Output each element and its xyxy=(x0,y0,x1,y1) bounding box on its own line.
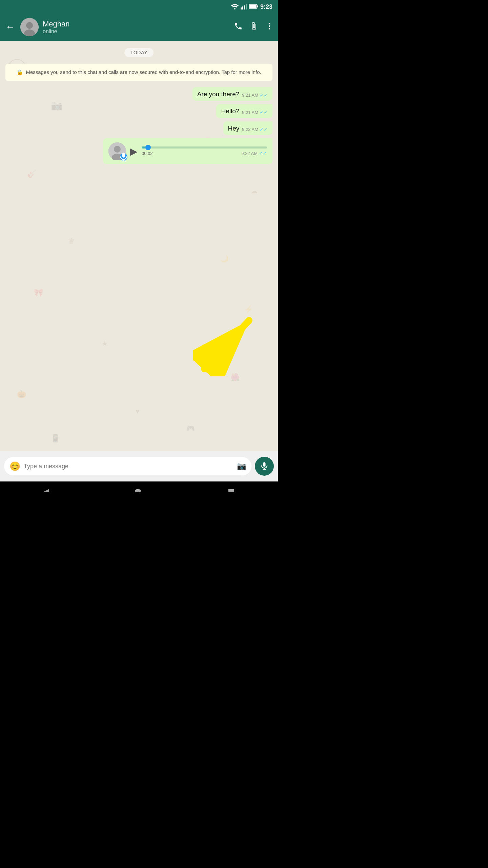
mic-send-button[interactable] xyxy=(255,457,274,476)
status-icons: 9:23 xyxy=(231,3,272,11)
svg-rect-7 xyxy=(249,5,256,8)
emoji-button[interactable]: 😊 xyxy=(9,461,20,472)
date-badge: TODAY xyxy=(124,48,154,57)
bubble-content-1: Are you there? 9:21 AM ✓✓ xyxy=(197,90,268,99)
voice-duration: 00:02 xyxy=(142,151,153,156)
svg-rect-4 xyxy=(246,4,247,9)
contact-name: Meghan xyxy=(43,20,230,28)
read-receipt-3: ✓✓ xyxy=(260,126,268,133)
battery-svg xyxy=(249,4,258,9)
svg-point-32 xyxy=(114,146,121,153)
message-input-wrapper: 😊 📷 xyxy=(4,457,251,475)
message-bubble-2: Hello? 9:21 AM ✓✓ xyxy=(216,104,272,118)
contact-status: online xyxy=(43,28,230,35)
message-time-2: 9:21 AM xyxy=(242,110,258,116)
encryption-notice[interactable]: 🔒 Messages you send to this chat and cal… xyxy=(5,64,272,81)
attach-icon[interactable] xyxy=(249,22,258,33)
annotation-arrow xyxy=(193,302,268,376)
nav-back-button[interactable]: ◀ xyxy=(42,487,49,492)
chat-header: ← Meghan online xyxy=(0,14,278,41)
bubble-meta-1: 9:21 AM ✓✓ xyxy=(242,92,268,99)
svg-text:📱: 📱 xyxy=(51,434,60,443)
table-row: Hello? 9:21 AM ✓✓ xyxy=(5,104,272,118)
message-text-1: Are you there? xyxy=(197,90,240,99)
svg-rect-1 xyxy=(241,7,242,9)
nav-recent-button[interactable]: ⏹ xyxy=(227,487,236,492)
voice-message-bubble: ▶ 00:02 9:22 AM ✓✓ xyxy=(103,138,272,164)
svg-text:🎃: 🎃 xyxy=(17,390,26,399)
message-time-1: 9:21 AM xyxy=(242,92,258,98)
message-bubble-1: Are you there? 9:21 AM ✓✓ xyxy=(192,87,272,101)
status-time: 9:23 xyxy=(260,3,272,11)
input-bar: 😊 📷 xyxy=(0,451,278,481)
voice-waveform: 00:02 9:22 AM ✓✓ xyxy=(142,146,267,156)
header-actions xyxy=(234,22,274,33)
svg-text:🌙: 🌙 xyxy=(220,255,229,263)
table-row: ▶ 00:02 9:22 AM ✓✓ xyxy=(5,138,272,164)
table-row: Are you there? 9:21 AM ✓✓ xyxy=(5,87,272,101)
more-icon[interactable] xyxy=(265,22,274,33)
message-input[interactable] xyxy=(24,463,233,470)
waveform-playhead xyxy=(145,145,151,150)
camera-button[interactable]: 📷 xyxy=(237,462,246,471)
voice-read-receipt: ✓✓ xyxy=(259,151,267,156)
svg-text:🌺: 🌺 xyxy=(230,373,240,382)
svg-point-0 xyxy=(234,8,236,9)
wifi-icon xyxy=(231,4,239,9)
svg-rect-39 xyxy=(263,462,266,467)
svg-point-12 xyxy=(269,25,270,27)
svg-text:🎸: 🎸 xyxy=(27,169,37,178)
svg-text:☁: ☁ xyxy=(251,187,258,195)
signal-icon xyxy=(241,4,247,9)
voice-time-check: 9:22 AM ✓✓ xyxy=(241,151,267,156)
voice-meta: 00:02 9:22 AM ✓✓ xyxy=(142,151,267,156)
chat-area: 🎵 📷 ✈ 🌸 🎸 ☁ ♛ 🌙 🎀 ⚡ ★ 🎃 🌺 ♥ 📱 🎮 TODAY 🔒 … xyxy=(0,41,278,451)
bubble-meta-3: 9:22 AM ✓✓ xyxy=(242,126,268,133)
nav-home-button[interactable]: ⏺ xyxy=(134,487,142,492)
back-button[interactable]: ← xyxy=(4,20,16,34)
bubble-meta-2: 9:21 AM ✓✓ xyxy=(242,109,268,116)
svg-text:🎮: 🎮 xyxy=(186,424,195,432)
read-receipt-2: ✓✓ xyxy=(260,109,268,116)
svg-rect-34 xyxy=(122,153,125,158)
svg-rect-2 xyxy=(242,6,243,9)
contact-avatar xyxy=(20,18,39,36)
svg-rect-3 xyxy=(244,5,245,9)
chat-messages: TODAY 🔒 Messages you send to this chat a… xyxy=(0,41,278,170)
svg-text:★: ★ xyxy=(102,340,108,347)
svg-text:⚡: ⚡ xyxy=(244,305,253,314)
contact-info: Meghan online xyxy=(43,20,230,35)
encryption-text: Messages you send to this chat and calls… xyxy=(26,69,261,75)
phone-icon[interactable] xyxy=(234,22,243,33)
message-text-3: Hey xyxy=(228,124,240,133)
message-time-3: 9:22 AM xyxy=(242,126,258,133)
voice-play-button[interactable]: ▶ xyxy=(130,146,138,157)
voice-sender-avatar xyxy=(108,142,126,160)
lock-icon: 🔒 xyxy=(17,69,23,75)
mic-overlay-icon xyxy=(120,153,127,161)
svg-text:♥: ♥ xyxy=(136,408,140,415)
message-bubble-3: Hey 9:22 AM ✓✓ xyxy=(223,121,273,135)
svg-point-13 xyxy=(269,28,270,29)
navigation-bar: ◀ ⏺ ⏹ xyxy=(0,481,278,492)
svg-text:♛: ♛ xyxy=(68,237,75,246)
read-receipt-1: ✓✓ xyxy=(260,92,268,99)
mic-send-icon xyxy=(260,461,269,471)
svg-point-9 xyxy=(26,22,33,29)
battery-icon xyxy=(249,4,258,10)
bubble-content-2: Hello? 9:21 AM ✓✓ xyxy=(221,107,268,116)
table-row: Hey 9:22 AM ✓✓ xyxy=(5,121,272,135)
status-bar: 9:23 xyxy=(0,0,278,14)
svg-point-11 xyxy=(269,23,270,24)
message-text-2: Hello? xyxy=(221,107,239,116)
waveform-track[interactable] xyxy=(142,146,267,149)
svg-rect-6 xyxy=(257,5,258,7)
voice-time: 9:22 AM xyxy=(241,151,258,156)
svg-text:🎀: 🎀 xyxy=(34,288,43,297)
bubble-content-3: Hey 9:22 AM ✓✓ xyxy=(228,124,268,133)
svg-line-38 xyxy=(204,320,249,369)
